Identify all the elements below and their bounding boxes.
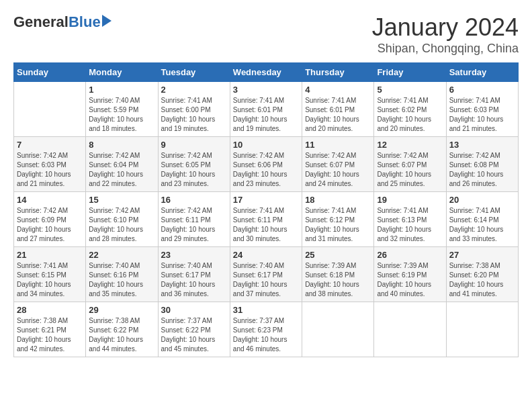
day-info: Sunrise: 7:40 AM Sunset: 6:16 PM Dayligh… — [89, 261, 154, 299]
calendar-cell: 5Sunrise: 7:41 AM Sunset: 6:02 PM Daylig… — [374, 82, 446, 137]
calendar-table: SundayMondayTuesdayWednesdayThursdayFrid… — [13, 62, 519, 357]
day-info: Sunrise: 7:42 AM Sunset: 6:06 PM Dayligh… — [233, 151, 299, 189]
day-info: Sunrise: 7:37 AM Sunset: 6:22 PM Dayligh… — [161, 316, 227, 354]
calendar-cell: 16Sunrise: 7:42 AM Sunset: 6:11 PM Dayli… — [158, 192, 230, 247]
calendar-cell: 7Sunrise: 7:42 AM Sunset: 6:03 PM Daylig… — [14, 137, 86, 192]
header-day-monday: Monday — [86, 63, 158, 82]
day-info: Sunrise: 7:42 AM Sunset: 6:09 PM Dayligh… — [17, 206, 83, 244]
logo: General Blue — [13, 13, 112, 31]
calendar-cell: 29Sunrise: 7:38 AM Sunset: 6:22 PM Dayli… — [86, 302, 158, 357]
day-info: Sunrise: 7:41 AM Sunset: 6:15 PM Dayligh… — [17, 261, 83, 299]
day-number: 5 — [377, 85, 443, 95]
calendar-week-4: 21Sunrise: 7:41 AM Sunset: 6:15 PM Dayli… — [14, 247, 519, 302]
day-number: 12 — [377, 140, 443, 150]
day-info: Sunrise: 7:39 AM Sunset: 6:18 PM Dayligh… — [305, 261, 371, 299]
day-number: 19 — [377, 195, 443, 205]
calendar-cell: 13Sunrise: 7:42 AM Sunset: 6:08 PM Dayli… — [446, 137, 518, 192]
day-info: Sunrise: 7:42 AM Sunset: 6:07 PM Dayligh… — [377, 151, 443, 189]
day-info: Sunrise: 7:42 AM Sunset: 6:07 PM Dayligh… — [305, 151, 371, 189]
header-day-sunday: Sunday — [14, 63, 86, 82]
day-info: Sunrise: 7:40 AM Sunset: 6:17 PM Dayligh… — [161, 261, 227, 299]
calendar-cell — [446, 302, 518, 357]
day-info: Sunrise: 7:38 AM Sunset: 6:22 PM Dayligh… — [89, 316, 154, 354]
day-number: 28 — [17, 305, 83, 315]
logo-arrow-icon — [102, 15, 112, 27]
day-info: Sunrise: 7:40 AM Sunset: 5:59 PM Dayligh… — [89, 96, 154, 134]
day-info: Sunrise: 7:41 AM Sunset: 6:12 PM Dayligh… — [305, 206, 371, 244]
calendar-cell: 9Sunrise: 7:42 AM Sunset: 6:05 PM Daylig… — [158, 137, 230, 192]
day-number: 9 — [161, 140, 227, 150]
day-number: 16 — [161, 195, 227, 205]
calendar-cell: 11Sunrise: 7:42 AM Sunset: 6:07 PM Dayli… — [302, 137, 374, 192]
calendar-cell: 30Sunrise: 7:37 AM Sunset: 6:22 PM Dayli… — [158, 302, 230, 357]
day-number: 27 — [449, 250, 515, 260]
calendar-cell: 24Sunrise: 7:40 AM Sunset: 6:17 PM Dayli… — [230, 247, 302, 302]
header-day-thursday: Thursday — [302, 63, 374, 82]
header-day-tuesday: Tuesday — [158, 63, 230, 82]
day-number: 4 — [305, 85, 371, 95]
calendar-cell: 14Sunrise: 7:42 AM Sunset: 6:09 PM Dayli… — [14, 192, 86, 247]
header-day-saturday: Saturday — [446, 63, 518, 82]
calendar-cell: 31Sunrise: 7:37 AM Sunset: 6:23 PM Dayli… — [230, 302, 302, 357]
day-number: 2 — [161, 85, 227, 95]
calendar-cell: 6Sunrise: 7:41 AM Sunset: 6:03 PM Daylig… — [446, 82, 518, 137]
calendar-cell: 28Sunrise: 7:38 AM Sunset: 6:21 PM Dayli… — [14, 302, 86, 357]
day-number: 25 — [305, 250, 371, 260]
calendar-body: 1Sunrise: 7:40 AM Sunset: 5:59 PM Daylig… — [14, 82, 519, 357]
page-header: General Blue January 2024 Shipan, Chongq… — [13, 13, 519, 56]
day-info: Sunrise: 7:41 AM Sunset: 6:02 PM Dayligh… — [377, 96, 443, 134]
day-info: Sunrise: 7:41 AM Sunset: 6:11 PM Dayligh… — [233, 206, 299, 244]
title-block: January 2024 Shipan, Chongqing, China — [372, 13, 519, 56]
day-number: 23 — [161, 250, 227, 260]
header-day-friday: Friday — [374, 63, 446, 82]
day-number: 21 — [17, 250, 83, 260]
calendar-cell: 2Sunrise: 7:41 AM Sunset: 6:00 PM Daylig… — [158, 82, 230, 137]
day-number: 31 — [233, 305, 299, 315]
day-info: Sunrise: 7:42 AM Sunset: 6:04 PM Dayligh… — [89, 151, 154, 189]
calendar-cell: 4Sunrise: 7:41 AM Sunset: 6:01 PM Daylig… — [302, 82, 374, 137]
calendar-cell: 18Sunrise: 7:41 AM Sunset: 6:12 PM Dayli… — [302, 192, 374, 247]
day-number: 8 — [89, 140, 154, 150]
day-number: 22 — [89, 250, 154, 260]
day-info: Sunrise: 7:39 AM Sunset: 6:19 PM Dayligh… — [377, 261, 443, 299]
calendar-cell: 23Sunrise: 7:40 AM Sunset: 6:17 PM Dayli… — [158, 247, 230, 302]
day-number: 10 — [233, 140, 299, 150]
day-info: Sunrise: 7:41 AM Sunset: 6:00 PM Dayligh… — [161, 96, 227, 134]
day-info: Sunrise: 7:42 AM Sunset: 6:11 PM Dayligh… — [161, 206, 227, 244]
calendar-cell: 22Sunrise: 7:40 AM Sunset: 6:16 PM Dayli… — [86, 247, 158, 302]
day-number: 26 — [377, 250, 443, 260]
calendar-cell: 26Sunrise: 7:39 AM Sunset: 6:19 PM Dayli… — [374, 247, 446, 302]
calendar-cell: 27Sunrise: 7:38 AM Sunset: 6:20 PM Dayli… — [446, 247, 518, 302]
day-info: Sunrise: 7:42 AM Sunset: 6:03 PM Dayligh… — [17, 151, 83, 189]
main-title: January 2024 — [372, 13, 519, 42]
calendar-cell: 19Sunrise: 7:41 AM Sunset: 6:13 PM Dayli… — [374, 192, 446, 247]
day-number: 3 — [233, 85, 299, 95]
logo-general-text: General — [13, 13, 69, 31]
day-info: Sunrise: 7:38 AM Sunset: 6:21 PM Dayligh… — [17, 316, 83, 354]
calendar-cell — [302, 302, 374, 357]
day-number: 14 — [17, 195, 83, 205]
header-day-wednesday: Wednesday — [230, 63, 302, 82]
calendar-cell: 8Sunrise: 7:42 AM Sunset: 6:04 PM Daylig… — [86, 137, 158, 192]
day-info: Sunrise: 7:41 AM Sunset: 6:13 PM Dayligh… — [377, 206, 443, 244]
calendar-cell: 25Sunrise: 7:39 AM Sunset: 6:18 PM Dayli… — [302, 247, 374, 302]
calendar-cell: 17Sunrise: 7:41 AM Sunset: 6:11 PM Dayli… — [230, 192, 302, 247]
day-number: 18 — [305, 195, 371, 205]
day-info: Sunrise: 7:42 AM Sunset: 6:05 PM Dayligh… — [161, 151, 227, 189]
day-number: 7 — [17, 140, 83, 150]
day-number: 11 — [305, 140, 371, 150]
day-number: 1 — [89, 85, 154, 95]
calendar-cell: 12Sunrise: 7:42 AM Sunset: 6:07 PM Dayli… — [374, 137, 446, 192]
day-number: 24 — [233, 250, 299, 260]
day-number: 17 — [233, 195, 299, 205]
calendar-week-3: 14Sunrise: 7:42 AM Sunset: 6:09 PM Dayli… — [14, 192, 519, 247]
calendar-week-2: 7Sunrise: 7:42 AM Sunset: 6:03 PM Daylig… — [14, 137, 519, 192]
calendar-cell — [374, 302, 446, 357]
day-info: Sunrise: 7:42 AM Sunset: 6:10 PM Dayligh… — [89, 206, 154, 244]
day-info: Sunrise: 7:42 AM Sunset: 6:08 PM Dayligh… — [449, 151, 515, 189]
calendar-week-5: 28Sunrise: 7:38 AM Sunset: 6:21 PM Dayli… — [14, 302, 519, 357]
day-number: 30 — [161, 305, 227, 315]
day-info: Sunrise: 7:41 AM Sunset: 6:14 PM Dayligh… — [449, 206, 515, 244]
calendar-cell: 15Sunrise: 7:42 AM Sunset: 6:10 PM Dayli… — [86, 192, 158, 247]
day-number: 6 — [449, 85, 515, 95]
